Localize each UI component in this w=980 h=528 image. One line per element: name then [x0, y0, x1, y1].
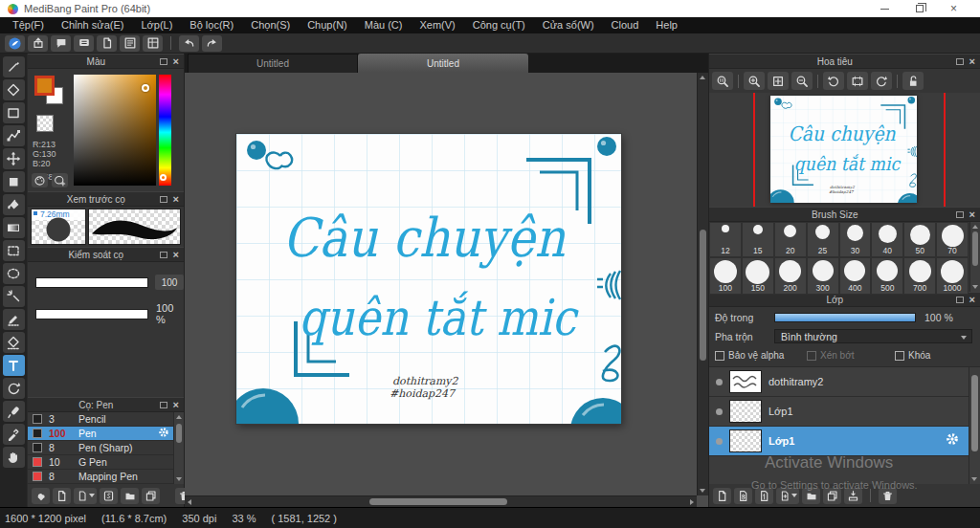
close-panel-icon[interactable]: ×	[969, 56, 975, 66]
canvas-horizontal-scrollbar[interactable]	[185, 495, 697, 507]
menu-cua-so[interactable]: Cửa sổ(W)	[534, 17, 603, 33]
layer-opacity-slider[interactable]	[774, 313, 916, 322]
transparent-color-swatch[interactable]	[36, 115, 54, 132]
publish-button[interactable]	[28, 35, 48, 52]
layer-row-dothitramy2[interactable]: dothitramy2	[709, 367, 969, 397]
lock-checkbox[interactable]: Khóa	[895, 350, 930, 361]
brush-tool[interactable]	[3, 56, 25, 77]
duplicate-layer-button[interactable]	[823, 488, 841, 504]
delete-layer-button[interactable]	[879, 488, 897, 504]
new-8bit-layer-button[interactable]	[734, 488, 752, 504]
blend-mode-select[interactable]: Bình thường	[774, 329, 972, 343]
popout-icon[interactable]	[160, 252, 167, 258]
size-cell-400[interactable]: 400	[839, 257, 872, 295]
brush-cloud-download-button[interactable]	[32, 488, 50, 504]
brush-row-mapping-pen[interactable]: 8Mapping Pen	[28, 470, 173, 484]
popout-icon[interactable]	[956, 211, 964, 218]
menu-bo-loc[interactable]: Bộ lọc(R)	[181, 17, 242, 33]
palette-add-button[interactable]	[52, 173, 68, 187]
zoom-out-button[interactable]	[791, 72, 813, 90]
menu-help[interactable]: Help	[647, 17, 686, 33]
minimize-button[interactable]	[880, 9, 889, 10]
comment-button[interactable]	[51, 35, 71, 52]
popout-icon[interactable]	[956, 58, 964, 65]
navigator-thumbnail[interactable]	[770, 96, 917, 203]
brush-settings-gear-icon[interactable]	[158, 427, 169, 440]
rotate-ccw-button[interactable]	[823, 72, 844, 90]
close-panel-icon[interactable]: ×	[969, 209, 975, 219]
brush-row-g-pen[interactable]: 10G Pen	[28, 455, 173, 470]
materials-button[interactable]	[143, 35, 163, 52]
layer-row-lop1-a[interactable]: Lớp1	[709, 397, 969, 427]
layer-row-lop1-b[interactable]: Lớp1	[709, 427, 969, 456]
size-cell-300[interactable]: 300	[807, 257, 839, 295]
layer-visibility-icon[interactable]	[716, 408, 723, 415]
size-cell-12[interactable]: 12	[709, 222, 742, 257]
layer-visibility-icon[interactable]	[716, 379, 723, 385]
size-cell-200[interactable]: 200	[774, 257, 807, 295]
tab-untitled-1[interactable]: Untitled	[188, 54, 358, 73]
brush-row-pencil[interactable]: 3Pencil	[28, 412, 173, 427]
script-brush-button[interactable]	[100, 488, 118, 504]
sv-marker[interactable]	[142, 84, 149, 92]
reset-view-button[interactable]	[847, 72, 868, 90]
brush-list-scrollbar[interactable]	[173, 412, 184, 484]
new-brush-button[interactable]	[53, 488, 71, 504]
new-brush-dropdown-button[interactable]	[74, 488, 97, 504]
redo-button[interactable]	[202, 35, 222, 52]
canvas-viewport[interactable]: Câu chuyện quên tắt mic dothitramy2 #hoi…	[185, 73, 708, 507]
navigator-preview[interactable]	[709, 93, 980, 207]
list-button[interactable]	[120, 35, 140, 52]
layer-settings-gear-icon[interactable]	[946, 432, 959, 450]
select-pen-tool[interactable]	[3, 309, 25, 330]
transform-tool[interactable]	[3, 378, 25, 399]
close-button[interactable]: ×	[950, 4, 957, 13]
brush-opacity-slider[interactable]	[35, 309, 148, 319]
move-tool[interactable]	[3, 148, 25, 169]
close-panel-icon[interactable]: ×	[173, 250, 179, 259]
palette-button[interactable]	[32, 173, 48, 187]
menu-tep[interactable]: Tệp(F)	[4, 17, 53, 33]
pen-eraser-tool[interactable]	[3, 401, 25, 422]
protect-alpha-checkbox[interactable]: Bảo vệ alpha	[715, 350, 807, 361]
polyline-tool[interactable]	[3, 125, 25, 146]
select-eraser-tool[interactable]	[3, 332, 25, 353]
size-cell-100[interactable]: 100	[709, 257, 742, 295]
zoom-reset-button[interactable]	[712, 72, 733, 90]
close-panel-icon[interactable]: ×	[173, 400, 179, 409]
layer-folder-button[interactable]	[802, 488, 820, 504]
size-cell-500[interactable]: 500	[871, 257, 903, 295]
popout-icon[interactable]	[160, 402, 167, 408]
layer-list-scrollbar[interactable]	[969, 367, 980, 484]
size-cell-25[interactable]: 25	[807, 222, 839, 257]
drawing-canvas[interactable]: Câu chuyện quên tắt mic dothitramy2 #hoi…	[236, 134, 621, 424]
hand-tool[interactable]	[3, 447, 25, 468]
brush-folder-button[interactable]	[121, 488, 139, 504]
unlock-view-button[interactable]	[902, 72, 924, 90]
size-cell-1000[interactable]: 1000	[936, 257, 969, 295]
foreground-color-swatch[interactable]	[34, 76, 55, 96]
fit-window-button[interactable]	[768, 72, 789, 90]
menu-chinh-sua[interactable]: Chỉnh sửa(E)	[53, 17, 132, 33]
layer-visibility-icon[interactable]	[716, 438, 723, 445]
menu-chup[interactable]: Chụp(N)	[299, 17, 356, 33]
restore-button[interactable]	[916, 5, 924, 12]
close-panel-icon[interactable]: ×	[173, 194, 179, 204]
rotate-cw-button[interactable]	[871, 72, 892, 90]
new-layer-dropdown-button[interactable]	[776, 488, 799, 504]
zoom-in-button[interactable]	[744, 72, 765, 90]
popout-icon[interactable]	[956, 297, 964, 303]
menu-mau[interactable]: Màu (C)	[356, 17, 412, 33]
merge-layer-button[interactable]	[844, 488, 862, 504]
menu-chon[interactable]: Chọn(S)	[242, 17, 299, 33]
brush-row-pen-sharp[interactable]: 8Pen (Sharp)	[28, 441, 173, 455]
text-tool[interactable]	[3, 355, 25, 376]
new-1bit-layer-button[interactable]	[755, 488, 773, 504]
size-cell-20[interactable]: 20	[774, 222, 807, 257]
message-button[interactable]	[74, 35, 94, 52]
saturation-value-picker[interactable]	[74, 75, 156, 186]
eraser-tool[interactable]	[3, 79, 25, 100]
popout-icon[interactable]	[160, 58, 167, 65]
gradient-tool[interactable]	[3, 217, 25, 238]
shape-tool[interactable]	[3, 102, 25, 123]
